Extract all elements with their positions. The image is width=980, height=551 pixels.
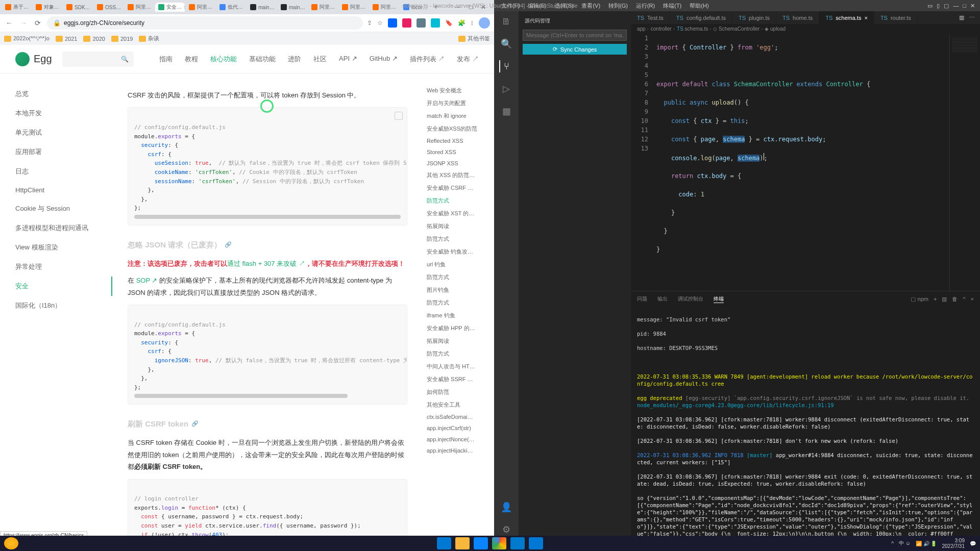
browser-tab[interactable]: main… — [278, 3, 307, 11]
toc-item[interactable]: 其他安全工具 — [427, 398, 490, 411]
other-bookmarks[interactable]: 其他书签 — [458, 35, 490, 42]
terminal-profile[interactable]: ▢ npm — [911, 296, 928, 303]
ext-icon[interactable] — [416, 18, 426, 28]
bookmark-folder[interactable]: 2021 — [56, 36, 77, 42]
nav-link[interactable]: 进阶 — [288, 55, 301, 64]
maximize-icon[interactable]: ^ — [963, 296, 965, 303]
toc-item[interactable]: app.injectNonce(… — [427, 434, 490, 445]
layout-icon[interactable]: ▯ — [937, 3, 940, 9]
share-icon[interactable]: ⇪ — [367, 19, 372, 27]
nav-link[interactable]: 教程 — [185, 55, 198, 64]
bookmark-folder[interactable]: 2020 — [83, 36, 105, 42]
toc-item[interactable]: 安全威胁 SSRF … — [427, 373, 490, 386]
close-icon[interactable]: ✕ — [970, 3, 975, 9]
horizontal-scrollbar[interactable] — [134, 394, 348, 398]
nav-link[interactable]: 基础功能 — [249, 55, 276, 64]
toc-item[interactable]: 防范方式 — [427, 347, 490, 360]
ext-icon[interactable] — [402, 18, 411, 28]
horizontal-scrollbar[interactable] — [134, 215, 401, 219]
panel-tab[interactable]: 问题 — [637, 295, 647, 303]
browser-tab[interactable]: 低代… — [216, 3, 246, 12]
weather-widget[interactable] — [4, 537, 18, 549]
sidebar-item[interactable]: 异常处理 — [15, 257, 112, 277]
browser-tab[interactable]: 阿里… — [339, 3, 369, 12]
sidebar-item[interactable]: 本地开发 — [15, 104, 112, 123]
minimize-icon[interactable]: — — [953, 3, 959, 9]
panel-tab[interactable]: 调试控制台 — [678, 295, 703, 303]
editor-tab[interactable]: TSrouter.ts — [874, 11, 918, 24]
taskbar-app[interactable] — [455, 537, 470, 549]
back-icon[interactable]: ← — [4, 18, 14, 28]
browser-tab[interactable]: 阿里… — [125, 3, 154, 12]
toc-item[interactable]: url 钓鱼 — [427, 258, 490, 271]
sidebar-item[interactable]: 单元测试 — [15, 123, 112, 142]
nav-link[interactable]: 核心功能 — [210, 55, 237, 64]
toc-item[interactable]: 拓展阅读 — [427, 220, 490, 233]
terminal-output[interactable]: message: "Invalid csrf token" pid: 9884 … — [631, 307, 980, 540]
browser-tab[interactable]: 阿里… — [370, 3, 399, 12]
browser-tab[interactable]: OSS… — [94, 3, 124, 11]
forward-icon[interactable]: → — [18, 18, 29, 28]
url-input[interactable]: 🔒 eggjs.org/zh-CN/core/security — [47, 16, 363, 30]
editor-tab[interactable]: TShome.ts — [776, 11, 819, 24]
scm-icon[interactable]: ⑂ — [499, 60, 512, 72]
bookmark-folder[interactable]: 2019 — [111, 36, 133, 42]
bookmark-icon[interactable]: 🔖 — [445, 19, 453, 27]
close-icon[interactable]: × — [971, 296, 974, 303]
browser-tab-active[interactable]: 安全…× — [155, 3, 185, 12]
account-icon[interactable]: 👤 — [500, 501, 512, 513]
split-icon[interactable]: ▥ — [959, 14, 964, 21]
close-icon[interactable]: × — [864, 15, 867, 21]
toc-item[interactable]: Stored XSS — [427, 146, 490, 158]
copy-icon[interactable] — [395, 112, 403, 120]
toc-item-active[interactable]: 防范方式 — [427, 194, 490, 207]
toc-item[interactable]: 防范方式 — [427, 271, 490, 284]
trash-icon[interactable]: 🗑 — [952, 296, 958, 303]
menu-icon[interactable]: ⫶ — [471, 19, 474, 27]
profile-avatar[interactable] — [479, 17, 490, 29]
gear-icon[interactable]: ⚙ — [500, 523, 512, 536]
ext-icon[interactable] — [431, 18, 440, 28]
toc-item[interactable]: 其他 XSS 的防范… — [427, 169, 490, 182]
bookmark-folder[interactable]: 杂谈 — [139, 35, 159, 42]
more-icon[interactable]: ⋯ — [969, 14, 975, 21]
toc-item[interactable]: ctx.isSafeDomai… — [427, 411, 490, 422]
layout-icon[interactable]: ▢ — [944, 3, 949, 9]
code-editor[interactable]: 12345678910111213 import { Controller } … — [631, 34, 980, 291]
nav-link[interactable]: 插件列表 ↗ — [410, 55, 445, 64]
panel-tab[interactable]: 输出 — [657, 295, 668, 303]
toc-item[interactable]: 安全威胁 HPP 的… — [427, 322, 490, 335]
toc-item[interactable]: 如何防范 — [427, 386, 490, 398]
star-icon[interactable]: ☆ — [377, 19, 383, 27]
debug-icon[interactable]: ▷ — [500, 83, 512, 95]
sidebar-item-active[interactable]: 安全 — [15, 277, 112, 296]
sidebar-item[interactable]: View 模板渲染 — [15, 238, 112, 257]
taskbar-vscode[interactable] — [510, 537, 525, 549]
toc-item[interactable]: 开启与关闭配置 — [427, 97, 490, 110]
egg-logo[interactable]: Egg — [15, 52, 52, 66]
external-link[interactable]: SOP ↗ — [136, 277, 158, 284]
toc-item[interactable]: 防范方式 — [427, 233, 490, 245]
clock-time[interactable]: 3:09 — [942, 538, 965, 543]
toc-item[interactable]: match 和 ignore — [427, 110, 490, 122]
nav-link[interactable]: 社区 — [313, 55, 327, 64]
browser-tab[interactable]: 阿里… — [186, 3, 215, 12]
close-icon[interactable]: × — [184, 5, 185, 10]
start-button[interactable] — [437, 537, 451, 549]
sidebar-item[interactable]: Cookie 与 Session — [15, 199, 112, 218]
toc-item[interactable]: iframe 钓鱼 — [427, 309, 490, 322]
extensions-icon[interactable]: ▦ — [500, 105, 512, 117]
explorer-icon[interactable]: 🗎 — [500, 15, 512, 28]
wifi-icon[interactable]: 📶 🔊 🔋 — [916, 541, 937, 546]
browser-tab[interactable]: 阿里… — [308, 3, 338, 12]
toc-item[interactable]: 安全威胁 钓鱼攻… — [427, 245, 490, 258]
toc-item[interactable]: app.injectHijacki… — [427, 445, 490, 456]
nav-link[interactable]: GitHub ↗ — [370, 55, 398, 64]
search-icon[interactable]: 🔍 — [500, 38, 512, 50]
taskbar-chrome[interactable] — [492, 537, 506, 549]
toc-item[interactable]: 安全威胁 CSRF … — [427, 182, 490, 194]
taskbar-app[interactable] — [529, 537, 543, 549]
toc-item[interactable]: 安全威胁XSS的防范 — [427, 122, 490, 135]
sidebar-item[interactable]: 日志 — [15, 162, 112, 181]
browser-tab[interactable]: 基于… — [2, 3, 32, 12]
